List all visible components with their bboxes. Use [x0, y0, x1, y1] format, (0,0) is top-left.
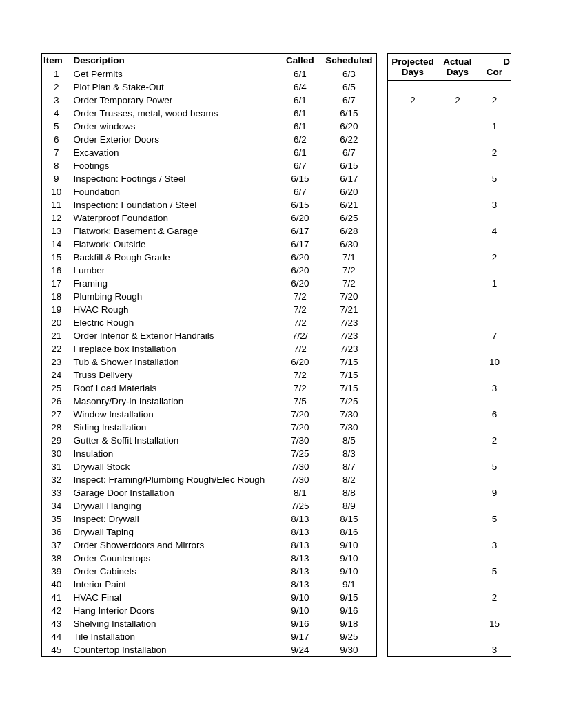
- table-row: 3: [388, 539, 512, 552]
- table-row: 1: [388, 120, 512, 133]
- table-row: [388, 159, 512, 172]
- cell-days-complete: [478, 630, 511, 643]
- cell-days-complete: [478, 447, 511, 460]
- cell-called: 6/17: [278, 238, 321, 251]
- cell-called: 8/1: [278, 486, 321, 499]
- cell-actual-days: [438, 421, 478, 434]
- table-row: 13Flatwork: Basement & Garage6/176/28: [42, 225, 377, 238]
- cell-scheduled: 7/30: [322, 421, 377, 434]
- cell-scheduled: 8/15: [322, 512, 377, 526]
- cell-projected-days: [388, 434, 438, 447]
- cell-description: Drywall Stock: [71, 460, 279, 473]
- cell-projected-days: [388, 355, 438, 368]
- cell-scheduled: 7/1: [322, 251, 377, 264]
- cell-projected-days: [388, 225, 438, 238]
- table-row: 25Roof Load Materials7/27/15: [42, 382, 377, 395]
- cell-actual-days: [438, 159, 478, 172]
- cell-called: 8/13: [278, 539, 321, 552]
- cell-called: 6/1: [278, 107, 321, 120]
- cell-item: 33: [42, 486, 71, 499]
- cell-called: 6/1: [278, 67, 321, 81]
- cell-actual-days: 2: [438, 94, 478, 107]
- cell-actual-days: [438, 434, 478, 447]
- cell-called: 7/2: [278, 303, 321, 316]
- cell-scheduled: 7/23: [322, 316, 377, 329]
- cell-scheduled: 9/25: [322, 630, 377, 643]
- cell-item: 17: [42, 277, 71, 290]
- table-row: 30Insulation7/258/3: [42, 447, 377, 460]
- cell-scheduled: 6/25: [322, 211, 377, 225]
- cell-projected-days: [388, 447, 438, 460]
- table-row: 26Masonry/Dry-in Installation7/57/25: [42, 395, 377, 408]
- cell-description: Countertop Installation: [71, 643, 279, 657]
- cell-called: 8/13: [278, 526, 321, 539]
- table-row: 5Order windows6/16/20: [42, 120, 377, 133]
- table-row: 5: [388, 172, 512, 185]
- cell-description: Order windows: [71, 120, 279, 133]
- table-row: [388, 264, 512, 277]
- cell-actual-days: [438, 630, 478, 643]
- cell-projected-days: [388, 81, 438, 94]
- table-row: 42Hang Interior Doors9/109/16: [42, 604, 377, 617]
- cell-description: Order Trusses, metal, wood beams: [71, 107, 279, 120]
- table-row: 9Inspection: Footings / Steel6/156/17: [42, 172, 377, 185]
- cell-days-complete: 5: [478, 460, 511, 473]
- cell-actual-days: [438, 329, 478, 342]
- cell-days-complete: 15: [478, 617, 511, 630]
- table-row: 45Countertop Installation9/249/30: [42, 643, 377, 657]
- cell-item: 39: [42, 565, 71, 578]
- table-row: 6Order Exterior Doors6/26/22: [42, 133, 377, 146]
- header-item: Item: [42, 54, 71, 67]
- cell-called: 6/20: [278, 264, 321, 277]
- cell-projected-days: [388, 133, 438, 146]
- cell-item: 34: [42, 499, 71, 512]
- table-row: 2: [388, 146, 512, 159]
- table-row: [388, 185, 512, 198]
- cell-called: 9/24: [278, 643, 321, 657]
- cell-item: 19: [42, 303, 71, 316]
- cell-scheduled: 6/28: [322, 225, 377, 238]
- table-row: 12Waterproof Foundation6/206/25: [42, 211, 377, 225]
- table-row: 15Backfill & Rough Grade6/207/1: [42, 251, 377, 264]
- cell-days-complete: [478, 421, 511, 434]
- cell-days-complete: 2: [478, 434, 511, 447]
- cell-projected-days: [388, 329, 438, 342]
- table-row: [388, 447, 512, 460]
- cell-actual-days: [438, 578, 478, 591]
- cell-called: 6/1: [278, 120, 321, 133]
- cell-scheduled: 7/25: [322, 395, 377, 408]
- cell-scheduled: 6/21: [322, 198, 377, 211]
- table-row: [388, 368, 512, 382]
- cell-description: Waterproof Foundation: [71, 211, 279, 225]
- cell-scheduled: 7/15: [322, 368, 377, 382]
- cell-scheduled: 7/23: [322, 329, 377, 342]
- cell-projected-days: [388, 146, 438, 159]
- cell-actual-days: [438, 198, 478, 211]
- cell-projected-days: [388, 486, 438, 499]
- table-row: 10Foundation6/76/20: [42, 185, 377, 198]
- cell-item: 24: [42, 368, 71, 382]
- cell-days-complete: 2: [478, 146, 511, 159]
- cell-called: 7/2: [278, 368, 321, 382]
- table-row: 38Order Countertops8/139/10: [42, 552, 377, 565]
- cell-projected-days: [388, 185, 438, 198]
- cell-item: 41: [42, 591, 71, 604]
- cell-actual-days: [438, 617, 478, 630]
- cell-scheduled: 6/3: [322, 67, 377, 81]
- cell-called: 7/20: [278, 421, 321, 434]
- cell-actual-days: [438, 565, 478, 578]
- table-row: 33Garage Door Installation8/18/8: [42, 486, 377, 499]
- cell-item: 11: [42, 198, 71, 211]
- table-row: 29Gutter & Soffit Installation7/308/5: [42, 434, 377, 447]
- cell-days-complete: 3: [478, 539, 511, 552]
- cell-projected-days: [388, 316, 438, 329]
- table-row: [388, 238, 512, 251]
- cell-description: Order Showerdoors and Mirrors: [71, 539, 279, 552]
- cell-item: 14: [42, 238, 71, 251]
- table-row: [388, 133, 512, 146]
- cell-scheduled: 8/16: [322, 526, 377, 539]
- table-row: 2: [388, 251, 512, 264]
- cell-actual-days: [438, 355, 478, 368]
- cell-scheduled: 8/8: [322, 486, 377, 499]
- cell-item: 31: [42, 460, 71, 473]
